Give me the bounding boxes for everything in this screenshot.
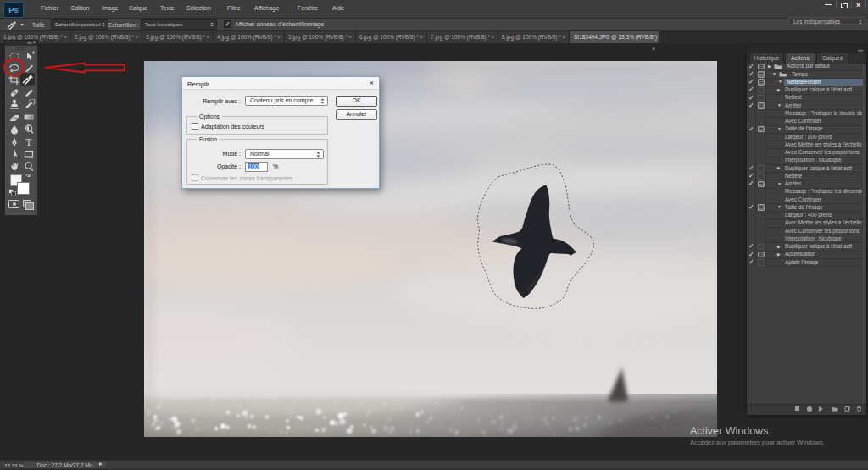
svg-text:T: T: [25, 136, 32, 147]
